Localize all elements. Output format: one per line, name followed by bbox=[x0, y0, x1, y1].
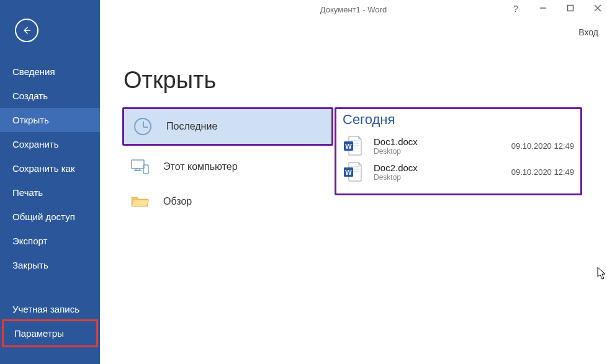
nav-item-print[interactable]: Печать bbox=[0, 180, 100, 205]
maximize-icon bbox=[567, 4, 574, 12]
file-row[interactable]: W Doc2.docx Desktop 09.10.2020 12:49 bbox=[343, 159, 574, 185]
pc-icon bbox=[130, 157, 150, 177]
close-button[interactable] bbox=[592, 2, 603, 14]
back-button[interactable] bbox=[15, 19, 38, 42]
nav-item-account[interactable]: Учетная запись bbox=[0, 297, 100, 321]
open-sources-column: Последние Этот компьютер bbox=[100, 107, 335, 219]
file-location: Desktop bbox=[374, 147, 500, 156]
source-label: Последние bbox=[166, 121, 217, 132]
nav-item-export[interactable]: Экспорт bbox=[0, 229, 100, 253]
clock-icon bbox=[133, 117, 153, 136]
nav-item-info[interactable]: Сведения bbox=[0, 60, 100, 84]
help-button[interactable]: ? bbox=[510, 2, 521, 14]
nav-item-options[interactable]: Параметры bbox=[2, 319, 98, 347]
arrow-left-icon bbox=[21, 25, 32, 36]
word-doc-icon: W bbox=[343, 161, 365, 182]
backstage-sidebar: Сведения Создать Открыть Сохранить Сохра… bbox=[0, 0, 100, 364]
minimize-icon bbox=[539, 4, 547, 12]
file-name: Doc2.docx bbox=[374, 162, 500, 173]
file-timestamp: 09.10.2020 12:49 bbox=[500, 167, 574, 177]
svg-text:W: W bbox=[345, 169, 352, 176]
word-doc-icon: W bbox=[343, 135, 365, 156]
main-area: Документ1 - Word ? Вход Открыть bbox=[100, 0, 607, 364]
title-bar: Документ1 - Word ? bbox=[100, 0, 607, 19]
file-row[interactable]: W Doc1.docx Desktop 09.10.2020 12:49 bbox=[343, 133, 574, 159]
nav-item-save[interactable]: Сохранить bbox=[0, 132, 100, 156]
signin-link[interactable]: Вход bbox=[578, 27, 598, 37]
source-recent[interactable]: Последние bbox=[124, 109, 331, 144]
svg-rect-1 bbox=[568, 6, 573, 11]
source-label: Обзор bbox=[163, 196, 192, 207]
nav-item-open[interactable]: Открыть bbox=[0, 108, 100, 132]
files-group-heading: Сегодня bbox=[343, 112, 574, 128]
file-name: Doc1.docx bbox=[374, 136, 500, 147]
recent-files-column: Сегодня W bbox=[335, 107, 607, 219]
nav-item-close[interactable]: Закрыть bbox=[0, 253, 100, 277]
file-timestamp: 09.10.2020 12:49 bbox=[500, 141, 574, 151]
svg-rect-4 bbox=[132, 160, 144, 169]
minimize-button[interactable] bbox=[537, 2, 549, 14]
mouse-cursor-icon bbox=[597, 267, 607, 280]
source-label: Этот компьютер bbox=[163, 161, 238, 172]
nav-item-new[interactable]: Создать bbox=[0, 84, 100, 108]
maximize-button[interactable] bbox=[565, 2, 576, 14]
page-heading: Открыть bbox=[124, 67, 607, 94]
close-icon bbox=[594, 4, 601, 12]
folder-icon bbox=[130, 192, 150, 211]
source-browse[interactable]: Обзор bbox=[121, 184, 335, 219]
source-this-pc[interactable]: Этот компьютер bbox=[121, 149, 335, 184]
nav-item-share[interactable]: Общий доступ bbox=[0, 205, 100, 229]
nav-item-saveas[interactable]: Сохранить как bbox=[0, 156, 100, 180]
file-location: Desktop bbox=[374, 173, 500, 182]
svg-text:W: W bbox=[345, 143, 352, 150]
